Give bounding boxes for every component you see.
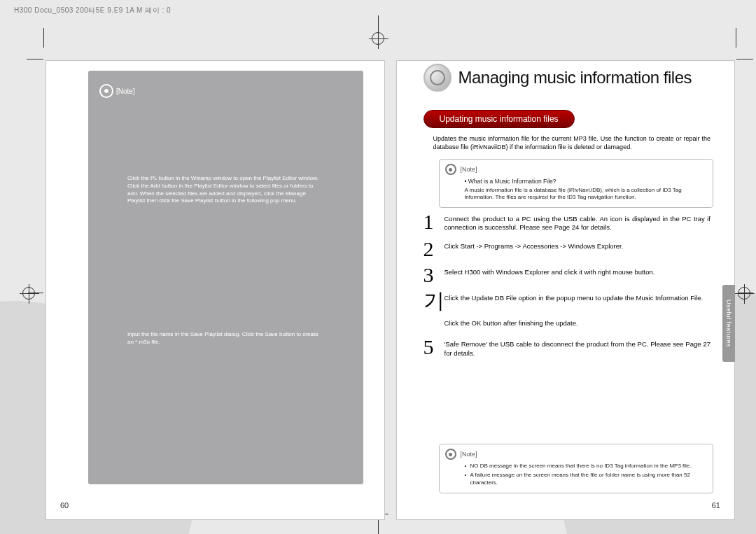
step-text: Click Start -> Programs -> Accessories -… xyxy=(444,239,711,251)
page-number-left: 60 xyxy=(60,501,69,510)
crop-mark xyxy=(736,28,736,48)
crop-mark xyxy=(27,59,43,59)
page-title: Managing music information files xyxy=(458,68,692,87)
note-label: [Note] xyxy=(461,166,477,173)
step-text: Connect the product to a PC using the US… xyxy=(444,212,711,232)
step-text: Click the Update DB File option in the p… xyxy=(444,291,711,302)
document-header-meta: H300 Docu_0503 200타5E 9.E9 1A M 페이 : 0 xyxy=(14,6,171,15)
note-paragraph-1: Click the PL button in the Winamp window… xyxy=(127,175,324,205)
note-label: [Note] xyxy=(461,451,477,458)
note-box-top: [Note] • What is a Music Information Fil… xyxy=(439,159,714,208)
registration-mark xyxy=(22,287,35,300)
registration-mark xyxy=(738,287,750,300)
page-left: [Note] Click the PL button in the Winamp… xyxy=(46,60,385,520)
section-pill: Updating music information files xyxy=(424,110,575,128)
side-tab-useful-features: Useful features xyxy=(722,285,735,362)
note-paragraph-2: Input the file name in the Save Playlist… xyxy=(127,331,324,346)
step-number: 2 xyxy=(424,239,438,258)
note-question: • What is a Music Information File? xyxy=(465,178,706,185)
note-body: A music information file is a database f… xyxy=(465,187,706,202)
step-number: 5 xyxy=(424,337,438,356)
crop-mark xyxy=(43,28,44,48)
page-number-right: 61 xyxy=(712,501,720,510)
cd-icon xyxy=(445,164,456,175)
step-3: 3 Select H300 with Windows Explorer and … xyxy=(424,265,711,284)
page-spread: [Note] Click the PL button in the Winamp… xyxy=(46,60,735,520)
step-text: 'Safe Remove' the USB cable to disconnec… xyxy=(444,337,711,358)
step-text-extra: Click the OK button after finishing the … xyxy=(444,302,711,328)
note-header: [Note] xyxy=(99,84,135,98)
step-number: 1 xyxy=(424,212,438,231)
crop-mark xyxy=(378,15,379,31)
steps-list: 1 Connect the product to a PC using the … xyxy=(424,212,711,365)
step-number: 3 xyxy=(424,265,438,284)
page-right: Managing music information files Updatin… xyxy=(396,60,736,520)
crop-mark xyxy=(736,59,753,59)
step-2: 2 Click Start -> Programs -> Accessories… xyxy=(424,239,711,258)
step-number: 기 xyxy=(424,291,438,310)
cd-icon xyxy=(445,449,456,460)
step-1: 1 Connect the product to a PC using the … xyxy=(424,212,711,232)
cd-icon xyxy=(99,84,113,98)
registration-mark xyxy=(372,32,384,45)
note-box-bottom: [Note] NO DB message in the screen means… xyxy=(439,444,714,493)
step-5: 5 'Safe Remove' the USB cable to disconn… xyxy=(424,337,711,358)
step-text: Select H300 with Windows Explorer and cl… xyxy=(444,268,711,276)
step-4: 기 Click the Update DB File option in the… xyxy=(424,291,711,328)
note-bullet-1: NO DB message in the screen means that t… xyxy=(465,463,706,470)
note-label: [Note] xyxy=(116,87,135,95)
intro-paragraph: Updates the music information file for t… xyxy=(433,135,711,151)
page-title-row: Managing music information files xyxy=(424,64,718,92)
title-medallion-icon xyxy=(424,64,451,92)
note-bullet-2: A failure message on the screen means th… xyxy=(465,472,706,486)
note-panel: [Note] Click the PL button in the Winamp… xyxy=(88,71,363,484)
